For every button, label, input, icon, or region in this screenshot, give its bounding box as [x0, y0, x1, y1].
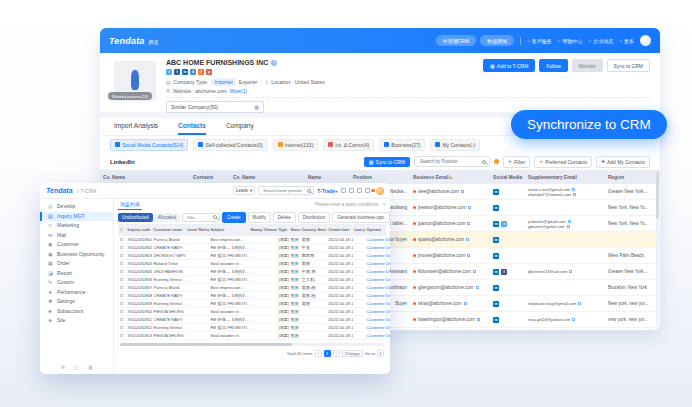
copy-icon[interactable]: [477, 318, 480, 321]
company-photo[interactable]: Related pictures(20): [114, 61, 156, 101]
topnav-link-item[interactable]: ○更多: [619, 38, 634, 44]
website-link[interactable]: abchome.com: [195, 88, 226, 94]
row-checkbox[interactable]: [120, 294, 124, 298]
copy-icon[interactable]: [464, 302, 467, 305]
website-more-link[interactable]: More(1): [230, 88, 248, 94]
sync-to-crm-button[interactable]: Sync to CRM: [607, 59, 650, 72]
monitor-button[interactable]: Monitor: [572, 59, 603, 72]
grid-icon[interactable]: [341, 188, 346, 193]
row-checkbox[interactable]: [120, 318, 124, 322]
close-icon[interactable]: ✕: [382, 202, 386, 207]
inquiry-row[interactable]: XG22041811CREATE NAVYRE:环保—【询价】...[询盘]有效…: [118, 316, 386, 324]
inquiry-row[interactable]: XG22041807Patricia BlandBest impression.…: [118, 284, 386, 292]
tab-company[interactable]: Company: [226, 118, 254, 135]
customer-details-link[interactable]: Customer Details: [365, 285, 390, 290]
toolbar-button-generate-business-opp[interactable]: Generate business opp.: [332, 212, 390, 223]
topnav-pill-crm[interactable]: 外贸通CRM: [436, 35, 476, 46]
facebook-icon[interactable]: f: [174, 69, 180, 75]
customer-details-link[interactable]: Customer Details: [365, 333, 390, 338]
sidebar-item-marketing[interactable]: ◇Marketing: [40, 221, 113, 231]
collapse-icon[interactable]: ◱: [74, 364, 79, 370]
pinterest-icon[interactable]: p: [206, 69, 212, 75]
sidebar-item-develop[interactable]: ◎Develop: [40, 202, 113, 212]
select-all-checkbox[interactable]: [120, 228, 124, 232]
page-size-select[interactable]: 20/page: [342, 350, 363, 357]
search-icon[interactable]: [307, 189, 311, 193]
inquiry-row[interactable]: XG22041809Evening Ventur...RE 双11 PROMOT…: [118, 300, 386, 308]
row-checkbox[interactable]: [120, 310, 124, 314]
sidebar-item-inquiry-mgt[interactable]: ▤Inquiry MGT: [40, 212, 113, 222]
inquiry-row[interactable]: XG22041803ZHONGGO IMPOR...RE 双11 PROMOTI…: [118, 252, 386, 260]
inquiry-row[interactable]: XG22041801Patricia BlandBest impression.…: [118, 236, 386, 244]
sidebar-item-order[interactable]: ▦Order: [40, 259, 113, 269]
contact-filter-chip-int-comm-4[interactable]: Int. & Comm(4): [323, 139, 374, 151]
row-checkbox[interactable]: [120, 270, 124, 274]
contact-filter-chip-internet-133[interactable]: Internet(133): [273, 139, 319, 151]
add-my-contacts-button[interactable]: ✚ Add My Contacts: [596, 156, 650, 168]
calendar-icon[interactable]: [349, 188, 354, 193]
topnav-link-item[interactable]: ○客户服务: [527, 38, 552, 44]
copy-icon[interactable]: [468, 206, 471, 209]
sync-to-crm-mini-button[interactable]: ▦ Sync to CRM: [364, 157, 410, 167]
social-linkedin-icon[interactable]: in: [493, 237, 499, 243]
linkedin-icon[interactable]: in: [182, 69, 188, 75]
copy-icon[interactable]: [568, 220, 571, 223]
follow-button[interactable]: Follow: [539, 59, 567, 72]
filter-button[interactable]: ▼ Filter: [503, 156, 530, 168]
row-checkbox[interactable]: [120, 246, 124, 250]
sidebar-item-customer[interactable]: ◉Customer: [40, 240, 113, 250]
prev-page-button[interactable]: ‹: [315, 350, 322, 357]
user-avatar[interactable]: [640, 35, 651, 46]
goto-page-input[interactable]: 1: [377, 350, 384, 357]
notification-icon[interactable]: [494, 159, 499, 164]
twitter-icon[interactable]: t: [166, 69, 172, 75]
copy-icon[interactable]: [572, 318, 575, 321]
topnav-link-item[interactable]: ○企业动态: [589, 38, 614, 44]
tab-contacts[interactable]: Contacts: [178, 118, 206, 135]
topnav-link-item[interactable]: ○帮助中心: [558, 38, 583, 44]
social-linkedin-icon[interactable]: in: [493, 253, 499, 259]
row-checkbox[interactable]: [120, 286, 124, 290]
sidebar-item-business-opportunity[interactable]: ▣Business Opportunity: [40, 250, 113, 260]
row-checkbox[interactable]: [120, 326, 124, 330]
copy-icon[interactable]: [467, 222, 470, 225]
menu-icon[interactable]: ≣: [61, 364, 65, 370]
copy-icon[interactable]: [466, 238, 469, 241]
social-linkedin-icon[interactable]: in: [493, 189, 499, 195]
contact-filter-chip-my-contacts[interactable]: My Contacts(-): [430, 139, 480, 151]
sidebar-item-report[interactable]: ◪Report: [40, 269, 113, 279]
inquiry-row[interactable]: XG22041802CREATE NAVYRE:环保—【询价】...[询盘]有效…: [118, 244, 386, 252]
row-checkbox[interactable]: [120, 254, 124, 258]
tab-import-analysis[interactable]: Import Analysis: [114, 118, 158, 135]
add-to-tcrm-button[interactable]: ▦ Add to T-CRM: [483, 59, 535, 72]
copy-icon[interactable]: [573, 193, 576, 196]
copy-icon[interactable]: [467, 254, 470, 257]
search-icon[interactable]: [482, 160, 486, 164]
social-linkedin-icon[interactable]: in: [493, 317, 499, 323]
search-icon[interactable]: [213, 215, 217, 219]
toolbar-button-distribution[interactable]: Distribution: [298, 212, 331, 223]
sidebar-item-subaccount[interactable]: ◈Subaccount: [40, 307, 113, 317]
layout-icon[interactable]: ◨: [88, 364, 93, 370]
social-twitter-icon[interactable]: t: [501, 221, 507, 227]
copy-icon[interactable]: [572, 188, 575, 191]
row-checkbox[interactable]: [120, 238, 124, 242]
contact-filter-chip-social-media-contacts-514[interactable]: Social Media Contacts(514): [110, 139, 188, 151]
email-icon[interactable]: @: [198, 69, 204, 75]
similar-company-select[interactable]: Similar Company(50) ▦: [166, 101, 264, 113]
customer-details-link[interactable]: Customer Details: [365, 277, 390, 282]
copy-icon[interactable]: [569, 270, 572, 273]
scope-select[interactable]: Leads ▾: [233, 186, 256, 195]
inquiry-row[interactable]: XG22041806Evening Ventur...RE 双11 PROMOT…: [118, 276, 386, 284]
row-checkbox[interactable]: [120, 262, 124, 266]
t-trade-link[interactable]: T-Trade+: [317, 188, 338, 194]
sidebar-item-performance[interactable]: ★Performance: [40, 288, 113, 298]
copy-icon[interactable]: [473, 270, 476, 273]
customer-details-link[interactable]: Customer Details: [365, 269, 390, 274]
message-icon[interactable]: [357, 188, 362, 193]
row-checkbox[interactable]: [120, 302, 124, 306]
customer-details-link[interactable]: Customer Details: [365, 253, 390, 258]
contact-filter-chip-self-collected-contacts-0[interactable]: Self-collected Contacts(0): [193, 139, 267, 151]
social-linkedin-icon[interactable]: in: [493, 301, 499, 307]
customer-details-link[interactable]: Customer Details: [365, 237, 390, 242]
